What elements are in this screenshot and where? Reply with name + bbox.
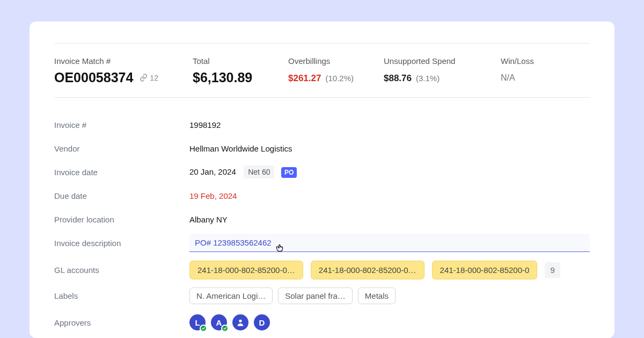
invoice-number-row: Invoice # 1998192	[54, 113, 590, 136]
invoice-match-label: Invoice Match #	[54, 56, 172, 66]
overbillings-label: Overbillings	[288, 56, 363, 66]
description-row: Invoice description PO# 1239853562462	[54, 231, 590, 255]
unsupported-label: Unsupported Spend	[384, 56, 480, 66]
link-icon	[140, 74, 148, 82]
invoice-number-label: Invoice #	[54, 120, 189, 130]
details-section: Invoice # 1998192 Vendor Hellman Worldwi…	[54, 98, 590, 334]
provider-location-row: Provider location Albany NY	[54, 207, 590, 231]
invoice-match-number: OE00058374 12	[54, 70, 172, 85]
gl-more-count[interactable]: 9	[545, 262, 560, 278]
winloss-block: Win/Loss N/A	[501, 56, 576, 85]
unsupported-spend-block: Unsupported Spend $88.76 (3.1%)	[384, 56, 480, 85]
total-value: $6,130.89	[193, 70, 268, 85]
person-icon	[236, 318, 245, 327]
due-date-value: 19 Feb, 2024	[189, 191, 237, 200]
invoice-number-value: 1998192	[189, 120, 221, 130]
vendor-label: Vendor	[54, 144, 189, 153]
due-date-row: Due date 19 Feb, 2024	[54, 184, 590, 207]
approver-avatar[interactable]	[232, 314, 248, 330]
winloss-value: N/A	[501, 73, 515, 83]
invoice-date-value: 20 Jan, 2024	[189, 167, 236, 176]
vendor-value: Hellman Worldwide Logistics	[189, 144, 292, 153]
total-block: Total $6,130.89	[193, 56, 268, 85]
unsupported-value: $88.76	[384, 73, 412, 84]
svg-point-0	[239, 320, 241, 322]
net-terms-badge: Net 60	[244, 166, 274, 178]
unsupported-pct: (3.1%)	[416, 74, 440, 83]
label-chip[interactable]: N. American Logi…	[189, 287, 273, 304]
winloss-label: Win/Loss	[501, 56, 576, 66]
invoice-date-row: Invoice date 20 Jan, 2024 Net 60 PO	[54, 160, 590, 184]
invoice-detail-card: Invoice Match # OE00058374 12 Total $6,1…	[30, 21, 614, 338]
linked-count-badge[interactable]: 12	[140, 74, 158, 82]
approver-avatar[interactable]: D	[254, 314, 270, 330]
provider-location-value: Albany NY	[189, 215, 228, 224]
labels-row: Labels N. American Logi… Solar panel fra…	[54, 284, 590, 307]
po-badge: PO	[281, 167, 297, 178]
labels-label: Labels	[54, 291, 189, 300]
provider-location-label: Provider location	[54, 215, 189, 224]
due-date-label: Due date	[54, 191, 189, 200]
approvers-row: Approvers L A D	[54, 311, 590, 334]
gl-account-chip[interactable]: 241-18-000-802-85200-0…	[189, 261, 303, 279]
check-icon	[200, 325, 207, 332]
description-input[interactable]: PO# 1239853562462	[189, 234, 590, 252]
gl-accounts-row: GL accounts 241-18-000-802-85200-0… 241-…	[54, 258, 590, 282]
approver-avatar[interactable]: A	[211, 314, 227, 330]
overbillings-value: $261.27	[288, 73, 321, 84]
gl-accounts-label: GL accounts	[54, 265, 189, 275]
check-icon	[221, 325, 229, 332]
invoice-match-block: Invoice Match # OE00058374 12	[54, 56, 172, 85]
summary-row: Invoice Match # OE00058374 12 Total $6,1…	[54, 43, 590, 98]
description-label: Invoice description	[54, 239, 189, 248]
approvers-label: Approvers	[54, 318, 189, 327]
approver-avatar[interactable]: L	[189, 314, 206, 330]
vendor-row: Vendor Hellman Worldwide Logistics	[54, 136, 590, 160]
invoice-date-label: Invoice date	[54, 168, 189, 177]
po-number-link[interactable]: PO# 1239853562462	[195, 238, 272, 247]
overbillings-block: Overbillings $261.27 (10.2%)	[288, 56, 363, 85]
label-chip[interactable]: Metals	[358, 287, 396, 304]
total-label: Total	[193, 56, 268, 66]
overbillings-pct: (10.2%)	[325, 74, 354, 83]
gl-account-chip[interactable]: 241-18-000-802-85200-0	[432, 261, 538, 279]
gl-account-chip[interactable]: 241-18-000-802-85200-0…	[311, 261, 425, 279]
label-chip[interactable]: Solar panel fra…	[278, 287, 353, 304]
